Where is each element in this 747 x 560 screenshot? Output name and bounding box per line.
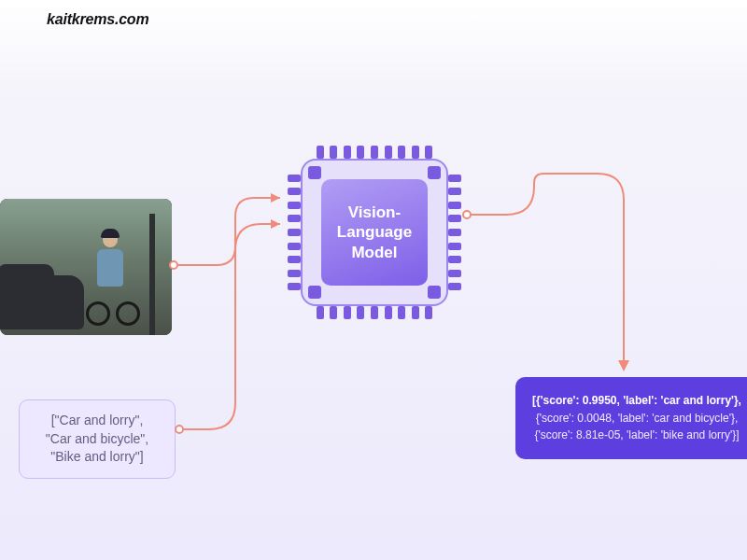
wire-node [176,426,183,433]
output-line: {'score': 8.81e-05, 'label': 'bike and l… [525,427,747,444]
chip-corner [428,166,441,179]
arrow-icon [271,193,280,203]
output-box: [{'score': 0.9950, 'label': 'car and lor… [515,377,747,459]
labels-line: "Bike and lorry"] [33,448,162,467]
chip-pins-left [288,168,301,297]
input-labels-box: ["Car and lorry", "Car and bicycle", "Bi… [19,399,176,479]
arrow-icon [271,219,280,229]
chip-core-label: Vision- Language Model [321,179,428,286]
chip-pins-right [448,168,461,297]
model-chip: Vision- Language Model [288,146,461,319]
wire-node [463,211,471,218]
chip-corner [308,166,321,179]
chip-pins-top [310,146,439,159]
wire-labels-to-model [179,224,280,429]
photo-illustration [0,199,172,335]
wire-model-to-output [467,174,624,362]
output-line: [{'score': 0.9950, 'label': 'car and lor… [525,392,747,410]
labels-line: ["Car and lorry", [33,412,162,430]
input-image [0,199,172,335]
wire-image-to-model [174,198,280,265]
output-line: {'score': 0.0048, 'label': 'car and bicy… [525,410,747,427]
arrow-icon [618,360,629,371]
model-title: Vision- Language Model [337,203,412,262]
labels-line: "Car and bicycle", [33,430,162,449]
chip-corner [308,286,321,299]
chip-corner [428,286,441,299]
watermark-text: kaitkrems.com [47,11,148,28]
chip-pins-bottom [310,306,439,319]
